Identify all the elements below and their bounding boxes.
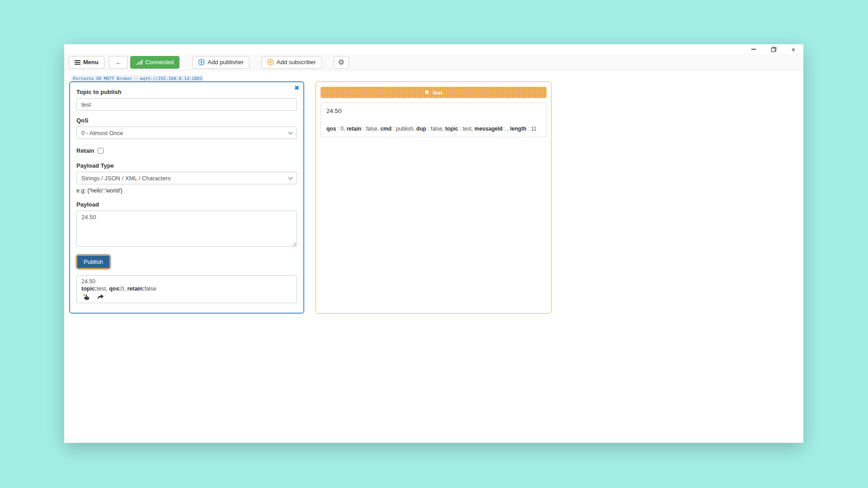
publisher-panel: ✖ Topic to publish QoS 0 - Almost Once R…: [69, 81, 304, 314]
minimize-icon: [751, 49, 756, 50]
menu-button[interactable]: Menu: [69, 56, 104, 69]
back-arrow-icon: ←: [115, 59, 122, 66]
gear-icon: ⚙: [338, 58, 344, 66]
payload-type-select[interactable]: Strings / JSON / XML / Characters: [76, 172, 297, 184]
subscription-header[interactable]: ✖ test: [321, 87, 547, 98]
window-restore-button[interactable]: [764, 44, 783, 54]
sent-message-box: 24.50 topic:test, qos:0, retain:false: [76, 275, 297, 303]
broker-line: Portenta X8 MQTT Broker - mqtt://192.168…: [71, 74, 803, 80]
payload-type-label: Payload Type: [76, 162, 297, 169]
payload-textarea[interactable]: 24.50: [76, 211, 297, 247]
payload-type-select-wrap: Strings / JSON / XML / Characters: [76, 172, 297, 184]
received-message-meta: qos : 0, retain : false, cmd : publish, …: [326, 126, 541, 132]
restore-icon: [771, 47, 777, 52]
payload-label: Payload: [76, 201, 297, 208]
received-message-payload: 24.50: [326, 107, 541, 115]
forward-share-icon[interactable]: [97, 294, 104, 300]
topic-input[interactable]: [76, 98, 297, 111]
publisher-close-icon[interactable]: ✖: [294, 84, 299, 91]
menu-button-label: Menu: [83, 59, 99, 66]
payload-hint: e.g: {'hello':'world'}: [76, 188, 297, 194]
hamburger-icon: [75, 60, 80, 65]
retain-row: Retain: [76, 147, 297, 154]
qos-select[interactable]: 0 - Almost Once: [76, 127, 297, 139]
qos-select-wrap: 0 - Almost Once: [76, 127, 297, 139]
back-button[interactable]: ←: [109, 56, 128, 69]
app-window: × Menu ← Connected Add publisher: [64, 44, 803, 443]
topic-label: Topic to publish: [76, 89, 297, 95]
subscriber-panel: ✖ test 24.50 qos : 0, retain : false, cm…: [316, 81, 552, 314]
publisher-up-arrow-icon: [198, 59, 205, 66]
signal-bars-icon: [136, 60, 143, 65]
panels-row: ✖ Topic to publish QoS 0 - Almost Once R…: [64, 81, 803, 314]
window-minimize-button[interactable]: [744, 44, 764, 54]
broker-link[interactable]: Portenta X8 MQTT Broker - mqtt://192.168…: [71, 75, 203, 81]
close-icon: ×: [792, 46, 796, 53]
sent-message-actions: [81, 294, 292, 300]
add-publisher-button[interactable]: Add publisher: [192, 56, 250, 69]
window-titlebar: ×: [64, 44, 803, 54]
retain-checkbox[interactable]: [98, 148, 104, 154]
connected-status-button[interactable]: Connected: [130, 56, 179, 69]
sent-message-meta: topic:test, qos:0, retain:false: [81, 285, 292, 292]
connected-label: Connected: [145, 59, 174, 66]
subscriber-down-arrow-icon: [267, 59, 274, 66]
settings-button[interactable]: ⚙: [334, 56, 349, 69]
qos-label: QoS: [76, 117, 297, 124]
add-subscriber-button[interactable]: Add subscriber: [261, 56, 322, 69]
sent-message-payload: 24.50: [81, 278, 292, 285]
republish-hand-icon[interactable]: [83, 294, 90, 300]
retain-label: Retain: [76, 147, 94, 154]
received-message-card: 24.50 qos : 0, retain : false, cmd : pub…: [321, 103, 547, 137]
main-toolbar: Menu ← Connected Add publisher Add subsc…: [64, 54, 803, 70]
add-subscriber-label: Add subscriber: [277, 59, 316, 66]
subscription-topic-label: test: [433, 90, 442, 95]
unsubscribe-icon[interactable]: ✖: [425, 89, 429, 95]
publish-button[interactable]: Publish: [76, 255, 110, 269]
window-close-button[interactable]: ×: [783, 44, 803, 54]
add-publisher-label: Add publisher: [208, 59, 244, 66]
